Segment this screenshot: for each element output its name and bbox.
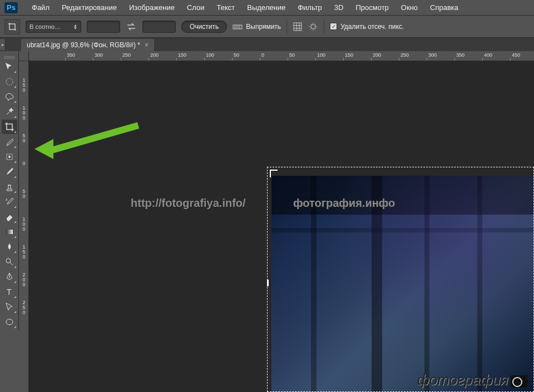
- svg-text:T: T: [7, 287, 12, 296]
- pen-tool[interactable]: [2, 270, 17, 284]
- annotation-arrow: [49, 122, 139, 154]
- crop-ratio-label: В соотно…: [29, 23, 61, 30]
- svg-point-9: [6, 319, 13, 325]
- crop-height-input[interactable]: [142, 21, 176, 33]
- path-selection-tool[interactable]: [2, 300, 17, 314]
- straighten-icon: [233, 23, 243, 31]
- document-tab[interactable]: ubrat14.jpg @ 93,6% (Фон, RGB/8#) * ×: [21, 39, 154, 51]
- straighten-button[interactable]: Выпрямить: [233, 23, 281, 31]
- lasso-tool[interactable]: [2, 90, 17, 104]
- clone-stamp-tool[interactable]: [2, 180, 17, 194]
- healing-brush-tool[interactable]: [2, 150, 17, 164]
- menu-layer[interactable]: Слои: [181, 1, 211, 14]
- crop-tool[interactable]: [2, 120, 17, 134]
- blur-tool[interactable]: [2, 240, 17, 254]
- menu-bar: Ps Файл Редактирование Изображение Слои …: [0, 0, 534, 16]
- menu-filter[interactable]: Фильтр: [291, 1, 328, 14]
- crop-settings-icon[interactable]: [308, 22, 318, 32]
- clear-button[interactable]: Очистить: [181, 21, 227, 33]
- magic-wand-tool[interactable]: [2, 105, 17, 119]
- watermark-url: http://fotografiya.info/: [131, 197, 246, 210]
- menu-view[interactable]: Просмотр: [349, 1, 394, 14]
- camera-icon: [511, 375, 527, 388]
- svg-point-2: [311, 24, 315, 29]
- delete-cropped-checkbox[interactable]: ✓ Удалить отсеч. пикс.: [330, 23, 404, 31]
- brush-tool[interactable]: [2, 165, 17, 179]
- menu-type[interactable]: Текст: [211, 1, 241, 14]
- menu-window[interactable]: Окно: [395, 1, 424, 14]
- history-brush-tool[interactable]: [2, 195, 17, 209]
- menu-edit[interactable]: Редактирование: [56, 1, 123, 14]
- svg-rect-0: [233, 25, 242, 29]
- watermark-logo: фотография: [417, 371, 527, 389]
- menu-image[interactable]: Изображение: [123, 1, 181, 14]
- crop-handle-left-mid[interactable]: [267, 280, 269, 286]
- svg-point-5: [8, 156, 11, 158]
- current-tool-icon[interactable]: [4, 19, 20, 34]
- panel-expand-icon[interactable]: ▸: [0, 39, 6, 50]
- move-tool[interactable]: [2, 59, 17, 74]
- watermark-text: фотография.инфо: [293, 197, 395, 210]
- canvas[interactable]: http://fotografiya.info/ фотография.инфо…: [29, 61, 534, 392]
- gradient-tool[interactable]: [2, 225, 17, 239]
- ruler-origin[interactable]: [19, 51, 29, 61]
- ruler-horizontal[interactable]: 3503002502001501005005010015020025030035…: [29, 51, 534, 61]
- toolbox: T: [0, 51, 19, 330]
- close-tab-icon[interactable]: ×: [145, 41, 149, 49]
- ruler-vertical[interactable]: 15010050050100150200250: [19, 61, 29, 392]
- menu-select[interactable]: Выделение: [241, 1, 291, 14]
- toolbox-handle[interactable]: [0, 53, 18, 59]
- document-tab-title: ubrat14.jpg @ 93,6% (Фон, RGB/8#) *: [27, 41, 140, 49]
- dodge-tool[interactable]: [2, 255, 17, 269]
- menu-help[interactable]: Справка: [424, 1, 464, 14]
- svg-rect-6: [6, 230, 13, 234]
- marquee-tool[interactable]: [2, 75, 17, 89]
- svg-rect-1: [294, 23, 301, 31]
- crop-handle-tl[interactable]: [270, 170, 278, 177]
- svg-point-3: [6, 78, 13, 85]
- eraser-tool[interactable]: [2, 210, 17, 224]
- grid-overlay-icon[interactable]: [293, 22, 303, 32]
- shape-tool[interactable]: [2, 315, 17, 329]
- menu-3d[interactable]: 3D: [328, 1, 350, 14]
- svg-point-7: [6, 259, 11, 263]
- eyedropper-tool[interactable]: [2, 135, 17, 149]
- dropdown-arrows-icon: ▲▼: [73, 24, 77, 29]
- work-area: 3503002502001501005005010015020025030035…: [19, 51, 534, 392]
- swap-dimensions-icon[interactable]: [126, 21, 137, 32]
- crop-width-input[interactable]: [87, 21, 120, 33]
- document-tab-bar: ubrat14.jpg @ 93,6% (Фон, RGB/8#) * ×: [0, 38, 534, 51]
- type-tool[interactable]: T: [2, 285, 17, 299]
- checkbox-icon: ✓: [330, 23, 337, 30]
- menu-file[interactable]: Файл: [26, 1, 56, 14]
- options-bar: В соотно… ▲▼ Очистить Выпрямить ✓ Удалит…: [0, 16, 534, 38]
- app-logo: Ps: [4, 2, 18, 13]
- crop-ratio-dropdown[interactable]: В соотно… ▲▼: [26, 21, 81, 33]
- annotation-arrow-head: [34, 139, 53, 159]
